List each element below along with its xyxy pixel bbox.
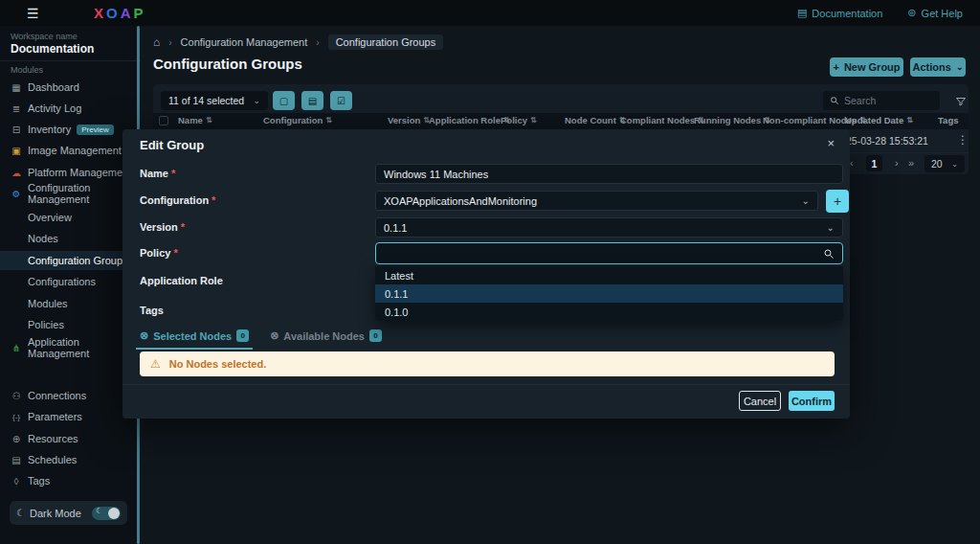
configuration-select[interactable]: XOAPApplicationsAndMonitoring ⌄ (375, 191, 818, 211)
sidebar-item-activity-log[interactable]: ≣ Activity Log (0, 99, 141, 118)
export-check-button[interactable]: ☑ (330, 91, 352, 110)
version-select[interactable]: 0.1.1 ⌄ (375, 217, 843, 238)
dropdown-option-011[interactable]: 0.1.1 (375, 284, 843, 303)
selection-dropdown[interactable]: 11 of 14 selected ⌄ (161, 91, 268, 110)
sidebar-subitem-policies[interactable]: Policies (0, 315, 141, 334)
sidebar-item-label: Configuration Management (28, 182, 127, 205)
breadcrumb-separator: › (168, 37, 171, 48)
tags-field-label: Tags (140, 305, 164, 316)
column-header-application-role[interactable]: Application Role⇅ (429, 115, 510, 125)
sidebar-subitem-configurations[interactable]: Configurations (0, 272, 141, 291)
column-header-running-nodes[interactable]: Running Nodes⇅ (694, 115, 770, 125)
new-group-button-label: New Group (844, 61, 901, 73)
sidebar-item-label: Nodes (28, 233, 58, 244)
filter-icon[interactable] (955, 94, 967, 111)
select-all-checkbox[interactable] (159, 116, 168, 125)
export-file-button[interactable]: ▢ (273, 91, 295, 110)
sidebar-item-configuration-management[interactable]: ⚙ Configuration Management ⌄ (0, 184, 141, 203)
circle-x-icon: ⊗ (140, 329, 148, 342)
add-configuration-button[interactable]: + (826, 190, 849, 213)
page-size-select[interactable]: 20 ⌄ (924, 155, 965, 172)
sidebar-subitem-configuration-groups[interactable]: Configuration Groups (0, 251, 141, 270)
sidebar-item-resources[interactable]: ⊕ Resources (0, 429, 141, 448)
confirm-button[interactable]: Confirm (789, 391, 835, 411)
configuration-management-icon: ⚙ (10, 189, 23, 199)
breadcrumb-item[interactable]: Configuration Management (181, 36, 308, 48)
new-group-button[interactable]: + New Group (830, 57, 903, 77)
toggle-knob (108, 508, 120, 519)
get-help-link[interactable]: ⊚ Get Help (907, 7, 963, 19)
configuration-select-value: XOAPApplicationsAndMonitoring (384, 195, 537, 207)
name-field[interactable] (375, 164, 843, 184)
sidebar-subitem-nodes[interactable]: Nodes (0, 229, 141, 248)
dashboard-icon: ▦ (10, 82, 23, 93)
dark-mode-toggle[interactable]: ☾ (92, 507, 121, 520)
moon-icon: ☾ (16, 508, 25, 518)
sidebar-item-connections[interactable]: ⚇ Connections (0, 386, 141, 405)
sidebar-item-label: Configuration Groups (28, 255, 128, 266)
dropdown-option-latest[interactable]: Latest (375, 266, 843, 284)
close-icon[interactable]: × (827, 136, 835, 150)
column-header-compliant-nodes[interactable]: Compliant Nodes⇅ (620, 115, 704, 125)
row-menu-icon[interactable]: ⋮ (957, 133, 969, 147)
column-label: Version (388, 115, 420, 125)
current-page-button[interactable]: 1 (866, 155, 882, 171)
sidebar-item-dashboard[interactable]: ▦ Dashboard (0, 78, 141, 97)
cancel-button[interactable]: Cancel (739, 391, 781, 411)
column-header-configuration[interactable]: Configuration⇅ (263, 115, 332, 125)
sidebar-item-application-management[interactable]: ⋔ Application Management (0, 338, 141, 357)
sidebar-item-tags[interactable]: ◊ Tags (0, 471, 141, 490)
column-header-node-count[interactable]: Node Count⇅ (565, 115, 626, 125)
column-label: Running Nodes (694, 115, 761, 125)
column-header-name[interactable]: Name⇅ (178, 115, 212, 125)
logo-letter: X (94, 5, 106, 21)
sidebar-item-label: Policies (28, 319, 64, 330)
logo-letter: P (134, 5, 146, 21)
prev-page-button[interactable]: ‹ (850, 157, 854, 169)
sidebar-item-platform-management[interactable]: ☁ Platform Management (0, 163, 141, 182)
sort-icon: ⇅ (206, 116, 212, 125)
circle-x-icon: ⊗ (270, 329, 278, 342)
column-header-version[interactable]: Version⇅ (388, 115, 430, 125)
sort-icon: ⇅ (530, 116, 537, 125)
column-header-updated-date[interactable]: Updated Date⇅ (845, 115, 913, 125)
logo-letter: O (106, 5, 121, 21)
home-icon[interactable]: ⌂ (153, 35, 160, 49)
tab-label: Selected Nodes (153, 330, 232, 342)
sidebar-item-label: Resources (28, 433, 78, 444)
policy-search-box (375, 242, 843, 264)
sidebar-item-parameters[interactable]: {-} Parameters (0, 407, 141, 426)
policy-search-input[interactable] (384, 248, 823, 260)
name-field-label: Name* (140, 168, 175, 179)
search-input[interactable] (844, 95, 933, 106)
chevron-down-icon: ⌄ (951, 160, 958, 169)
schedules-icon: ▤ (10, 455, 23, 465)
version-field-label: Version* (140, 221, 185, 233)
sidebar-subitem-modules[interactable]: Modules (0, 294, 141, 313)
tab-available-nodes[interactable]: ⊗ Available Nodes 0 (266, 329, 386, 350)
sidebar-item-image-management[interactable]: ▣ Image Management (0, 141, 141, 160)
hamburger-menu-icon[interactable]: ☰ (27, 6, 39, 21)
documentation-link[interactable]: ▤ Documentation (797, 7, 882, 19)
column-label: Non-compliant Nodes (763, 115, 857, 125)
last-page-button[interactable]: » (908, 157, 914, 169)
next-page-button[interactable]: › (895, 157, 899, 169)
export-file-text-button[interactable]: ▤ (301, 91, 323, 110)
actions-button-label: Actions (913, 61, 951, 73)
workspace-name[interactable]: Documentation (11, 42, 94, 56)
breadcrumb-item-current[interactable]: Configuration Groups (328, 34, 444, 50)
column-header-policy[interactable]: Policy⇅ (501, 115, 537, 125)
dropdown-option-010[interactable]: 0.1.0 (375, 303, 843, 321)
column-header-tags[interactable]: Tags (938, 115, 958, 125)
plus-icon: + (833, 61, 838, 73)
modules-section-label: Modules (11, 65, 43, 75)
sidebar-item-label: Overview (28, 212, 72, 223)
application-management-icon: ⋔ (10, 343, 23, 353)
help-ring-icon: ⊚ (907, 7, 916, 19)
sidebar-item-schedules[interactable]: ▤ Schedules (0, 450, 141, 469)
actions-button[interactable]: Actions ⌄ (910, 57, 966, 77)
page-size-value: 20 (931, 158, 943, 170)
sidebar-subitem-overview[interactable]: Overview (0, 208, 141, 227)
tab-selected-nodes[interactable]: ⊗ Selected Nodes 0 (136, 329, 253, 350)
sidebar-item-inventory[interactable]: ⊟ Inventory Preview (0, 120, 141, 139)
